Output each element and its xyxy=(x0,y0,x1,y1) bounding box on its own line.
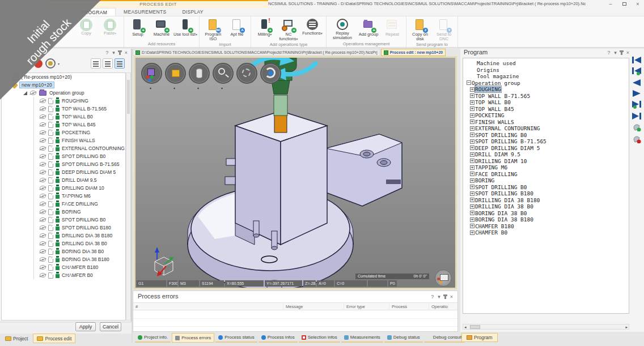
tree-operation-row[interactable]: POCKETING xyxy=(34,129,125,136)
nc-functions-button[interactable]: NC functions xyxy=(277,17,300,41)
close-button[interactable]: × xyxy=(634,1,642,7)
error-column-header[interactable]: Process xyxy=(389,303,429,310)
panel-dropdown-icon[interactable]: ▾ xyxy=(112,50,115,55)
tree-operation-row[interactable]: EXTERNAL CONTOURNING xyxy=(34,144,125,152)
view-machine-button[interactable] xyxy=(141,63,162,84)
panel-pin-icon[interactable] xyxy=(444,294,446,299)
status-bar-tab[interactable]: Process infos xyxy=(259,333,298,343)
program-static-line[interactable]: Machine used xyxy=(463,60,629,67)
expand-icon[interactable]: + xyxy=(470,185,474,189)
ribbon-tab[interactable]: DISPLAY xyxy=(174,8,211,16)
eye-hidden-icon[interactable] xyxy=(40,186,46,190)
error-column-header[interactable]: Operatio xyxy=(429,303,448,310)
status-bar-tab[interactable]: Process status xyxy=(215,333,257,343)
step-forward-tool-button[interactable] xyxy=(632,101,641,109)
program-operation-line[interactable]: + SPOT DRILLING B-71.565 xyxy=(463,138,629,145)
record-icon[interactable] xyxy=(34,59,43,68)
apply-button[interactable]: Apply xyxy=(75,322,96,331)
eye-hidden-icon[interactable] xyxy=(40,170,46,174)
tree-operation-row[interactable]: TAPPING M6 xyxy=(34,192,125,200)
replay-simulation-button[interactable]: Replay simulation xyxy=(328,17,357,41)
program-operation-line[interactable]: + FACE DRILLING xyxy=(463,171,629,178)
expand-icon[interactable]: + xyxy=(470,191,474,196)
chevron-down-icon[interactable]: ▾ xyxy=(221,86,223,90)
apt-file-button[interactable]: AApt file xyxy=(225,17,249,41)
add-group-button[interactable]: Add group xyxy=(357,17,380,41)
expand-icon[interactable]: + xyxy=(470,198,474,202)
eye-hidden-icon[interactable] xyxy=(40,106,46,111)
eye-hidden-icon[interactable] xyxy=(40,210,46,214)
eye-hidden-icon[interactable] xyxy=(40,217,46,222)
eye-hidden-icon[interactable] xyxy=(40,202,46,206)
tree-operation-row[interactable]: DEEP DRILLING DIAM 5 xyxy=(34,168,125,176)
send-to-dnc-button[interactable]: ▾Send to DNC xyxy=(432,17,456,41)
repeat-button[interactable]: Repeat xyxy=(380,17,404,41)
program-static-line[interactable]: Origins xyxy=(463,67,629,74)
minimize-button[interactable]: – xyxy=(607,1,615,7)
panel-help-icon[interactable]: ? xyxy=(607,50,610,55)
remove-tool-marker-button[interactable] xyxy=(633,135,641,143)
eye-hidden-icon[interactable] xyxy=(40,178,46,182)
program-operation-line[interactable]: + CHAMFER B0 xyxy=(463,229,629,236)
eye-hidden-icon[interactable] xyxy=(40,265,46,270)
program-operation-line[interactable]: + CHAMFER B180 xyxy=(463,223,629,230)
program-operation-line[interactable]: + TOP WALL B0 xyxy=(463,99,629,106)
eye-hidden-icon[interactable] xyxy=(40,138,46,143)
tree-operation-row[interactable]: TOP WALL B0 xyxy=(34,113,125,121)
panel-help-icon[interactable]: ? xyxy=(431,294,434,300)
program-operation-line[interactable]: + BORING DIA 38 B180 xyxy=(463,216,629,223)
panel-dropdown-icon[interactable]: ▾ xyxy=(614,50,617,55)
ribbon-tab[interactable]: MEASUREMENTS xyxy=(116,8,174,16)
copy-on-disk-button[interactable]: 2Copy on disk xyxy=(408,17,432,41)
functions-button[interactable]: Functions xyxy=(300,17,324,41)
tree-operation-row[interactable]: FACE DRILLING xyxy=(34,200,125,208)
eye-hidden-icon[interactable] xyxy=(40,154,46,159)
expand-icon[interactable]: + xyxy=(470,146,474,150)
tree-operation-row[interactable]: BORING DIA 38 B0 xyxy=(34,247,125,255)
program-operation-line[interactable]: + DRILLING DIAM 10 xyxy=(463,158,629,165)
tree-operation-row[interactable]: DRILLING DIA 38 B180 xyxy=(34,232,125,240)
view-compact-button[interactable] xyxy=(115,58,125,69)
status-bar-tab[interactable]: Measurements xyxy=(341,333,383,343)
panel-pin-icon[interactable] xyxy=(621,50,622,55)
document-tab[interactable]: D:\Data\SPRING TECHNOLOGIES\NCSIMUL SOLU… xyxy=(133,49,380,56)
machine-button[interactable]: Machine xyxy=(150,17,173,41)
ribbon-tab[interactable]: PROGRAM xyxy=(73,8,116,16)
tree-node-selected[interactable]: new mp10+20 xyxy=(2,81,125,89)
program-operation-line[interactable]: + ROUGHING xyxy=(463,86,629,93)
expand-icon[interactable]: + xyxy=(470,87,474,92)
eye-hidden-icon[interactable] xyxy=(40,249,46,254)
chevron-down-icon[interactable]: ▾ xyxy=(173,86,175,90)
expand-icon[interactable]: + xyxy=(470,204,474,209)
maximize-button[interactable] xyxy=(620,1,628,7)
tree-root[interactable]: ( Re-process mp10+20) xyxy=(2,73,125,81)
eye-hidden-icon[interactable] xyxy=(30,91,36,95)
expand-icon[interactable]: + xyxy=(470,165,474,170)
use-tool-list-button[interactable]: Use tool list xyxy=(173,17,197,41)
expand-icon[interactable]: + xyxy=(470,217,474,222)
scroll-left-icon[interactable]: ◂ xyxy=(464,324,467,330)
eye-hidden-icon[interactable] xyxy=(40,99,46,103)
tree-operation-row[interactable]: BORING DIA 38 B180 xyxy=(34,255,125,263)
program-operation-line[interactable]: + DRILLING DIA 38 B0 xyxy=(463,203,629,210)
tree-operation-row[interactable]: SPOT DRILLING B0 xyxy=(34,216,125,224)
expand-icon[interactable]: + xyxy=(470,113,474,118)
panel-close-icon[interactable]: × xyxy=(450,294,453,300)
tree-group-row[interactable]: Operation group xyxy=(2,89,125,97)
eye-hidden-icon[interactable] xyxy=(40,194,46,198)
program-operation-line[interactable]: + TAPPING M6 xyxy=(463,164,629,171)
eye-hidden-icon[interactable] xyxy=(40,225,46,230)
tree-operation-row[interactable]: DRILLING DIAM 10 xyxy=(34,184,125,192)
status-bar-tab[interactable]: Selection infos xyxy=(299,333,340,343)
program-operation-line[interactable]: + SPOT DRILLING B0 xyxy=(463,132,629,139)
refresh-view-button[interactable] xyxy=(260,63,281,84)
eye-hidden-icon[interactable] xyxy=(40,146,46,151)
expand-icon[interactable]: + xyxy=(470,230,474,235)
expand-icon[interactable]: + xyxy=(470,126,474,131)
expand-icon[interactable]: + xyxy=(470,152,474,157)
program-operation-line[interactable]: + BORING DIA 38 B0 xyxy=(463,210,629,217)
program-operation-line[interactable]: + FINISH WALLS xyxy=(463,119,629,126)
view-detail-button[interactable] xyxy=(103,58,113,69)
program-operation-line[interactable]: + EXTERNAL CONTOURNING xyxy=(463,125,629,132)
tree-operation-row[interactable]: FINISH WALLS xyxy=(34,136,125,144)
